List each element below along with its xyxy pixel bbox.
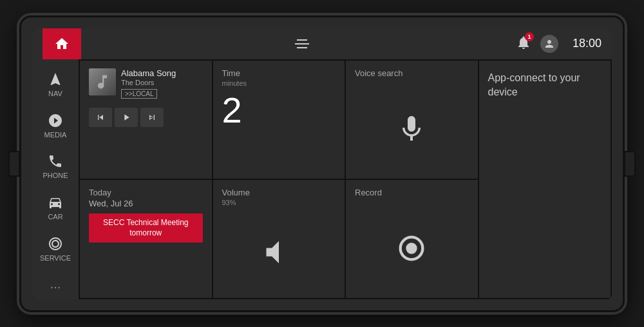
sidebar-item-phone[interactable]: PHONE: [32, 146, 79, 188]
microphone-icon-container: [355, 87, 469, 171]
voice-tile[interactable]: Voice search: [346, 61, 478, 179]
svg-point-1: [408, 244, 416, 252]
time-value: 2: [222, 92, 336, 128]
nav-icon: [48, 72, 63, 87]
menu-line-bot: [297, 47, 307, 48]
main-content: NAV MEDIA PHONE: [32, 59, 612, 299]
sidebar-item-nav[interactable]: NAV: [32, 64, 79, 106]
car-label: CAR: [48, 213, 62, 221]
more-dots: ...: [50, 277, 61, 292]
prev-button[interactable]: [89, 108, 112, 127]
bracket-left: [8, 151, 20, 177]
nav-label: NAV: [48, 90, 62, 97]
record-tile[interactable]: Record: [346, 180, 478, 298]
next-button[interactable]: [140, 108, 164, 127]
song-title: Alabama Song: [121, 68, 203, 78]
bracket-right: [624, 151, 636, 177]
record-icon: [395, 232, 428, 265]
play-button[interactable]: [115, 108, 138, 127]
app-connect-label: App-connect to your device: [488, 71, 602, 100]
app-connect-tile[interactable]: App-connect to your device: [479, 61, 611, 298]
music-header: Alabama Song The Doors >>LOCAL: [89, 68, 203, 99]
top-right-controls: 1 18:00: [516, 35, 601, 53]
notification-bell[interactable]: 1: [516, 35, 531, 53]
sidebar-more[interactable]: ...: [32, 269, 79, 299]
calendar-date: Wed, Jul 26: [89, 199, 203, 208]
volume-icon: [262, 235, 296, 269]
voice-label: Voice search: [355, 68, 469, 78]
sidebar: NAV MEDIA PHONE: [32, 59, 79, 299]
volume-value: 93%: [222, 199, 336, 206]
home-tab[interactable]: [43, 28, 81, 59]
home-icon: [54, 36, 70, 52]
phone-icon: [48, 154, 63, 169]
service-label: SERVICE: [40, 254, 71, 262]
microphone-icon: [396, 114, 427, 144]
song-info: Alabama Song The Doors >>LOCAL: [121, 68, 203, 99]
car-icon: [46, 195, 64, 210]
time-sublabel: minutes: [222, 79, 336, 87]
menu-area: [89, 39, 516, 48]
music-tile[interactable]: Alabama Song The Doors >>LOCAL: [80, 61, 212, 179]
album-art-image: [89, 68, 116, 95]
calendar-label: Today: [89, 188, 203, 197]
screen: 1 18:00 NAV: [32, 28, 612, 299]
calendar-event: SECC Technical Meeting tomorrow: [89, 213, 203, 243]
menu-line-mid: [295, 43, 309, 45]
calendar-tile[interactable]: Today Wed, Jul 26 SECC Technical Meeting…: [80, 180, 212, 298]
user-avatar[interactable]: [540, 35, 558, 53]
notification-badge: 1: [525, 32, 534, 41]
local-badge: >>LOCAL: [121, 89, 157, 99]
media-controls: [89, 108, 203, 127]
clock-display: 18:00: [573, 37, 601, 50]
dashboard-grid: Alabama Song The Doors >>LOCAL: [79, 59, 612, 299]
volume-label: Volume: [222, 188, 336, 197]
song-artist: The Doors: [121, 79, 203, 86]
phone-label: PHONE: [43, 172, 68, 179]
volume-icon-container: [222, 214, 336, 290]
media-label: MEDIA: [44, 131, 67, 139]
media-icon: [48, 113, 63, 128]
sidebar-item-service[interactable]: SERVICE: [32, 228, 79, 270]
record-label: Record: [355, 188, 469, 197]
record-icon-container: [355, 206, 469, 290]
volume-tile[interactable]: Volume 93%: [213, 180, 345, 298]
sidebar-item-car[interactable]: CAR: [32, 187, 79, 228]
time-tile[interactable]: Time minutes 2: [213, 61, 345, 179]
album-art: [89, 68, 116, 95]
top-bar: 1 18:00: [32, 28, 612, 59]
service-icon: [48, 236, 63, 252]
device-frame: 1 18:00 NAV: [19, 15, 625, 312]
avatar-icon: [544, 38, 555, 50]
sidebar-item-media[interactable]: MEDIA: [32, 105, 79, 146]
menu-icon[interactable]: [295, 39, 309, 48]
time-label: Time: [222, 68, 336, 78]
menu-line-top: [297, 39, 307, 41]
